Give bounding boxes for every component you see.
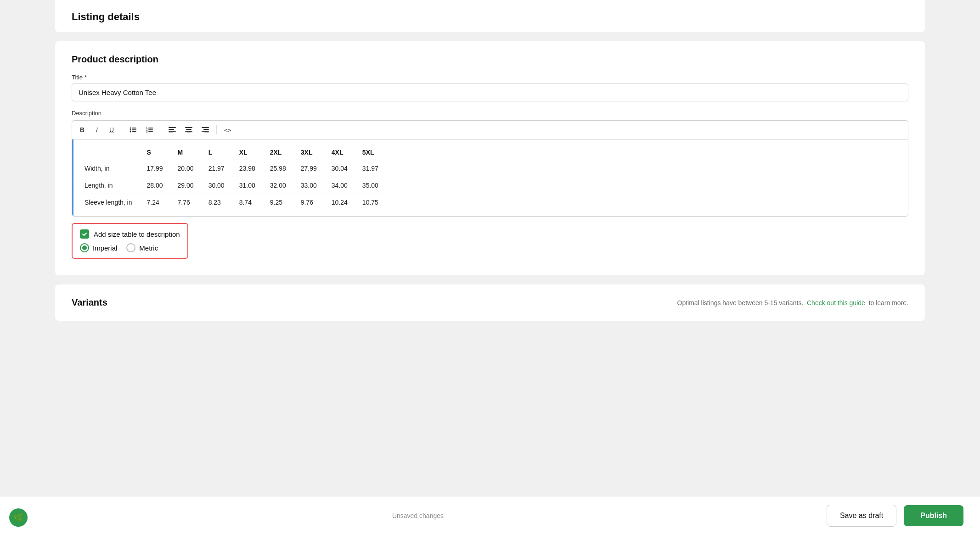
svg-rect-22 xyxy=(202,131,209,132)
toolbar-separator-1 xyxy=(122,125,122,134)
svg-rect-9 xyxy=(148,129,153,130)
size-table-header-xl: XL xyxy=(232,145,263,160)
svg-rect-15 xyxy=(169,133,173,133)
size-table-option-box: Add size table to description Imperial M… xyxy=(72,223,188,259)
svg-rect-17 xyxy=(186,129,191,130)
cell-sleeve-l: 8.23 xyxy=(201,194,232,211)
cell-width-s: 17.99 xyxy=(140,160,170,177)
align-center-button[interactable] xyxy=(181,123,196,136)
cell-length-s: 28.00 xyxy=(140,177,170,194)
cell-sleeve-2xl: 9.25 xyxy=(263,194,293,211)
checkmark-icon xyxy=(82,231,87,237)
table-row: Length, in 28.00 29.00 30.00 31.00 32.00… xyxy=(77,177,386,194)
svg-rect-21 xyxy=(203,129,209,130)
avatar[interactable]: 🌿 xyxy=(9,508,28,527)
variants-hint-text: Optimal listings have between 5-15 varia… xyxy=(677,299,804,307)
size-table-header-3xl: 3XL xyxy=(293,145,324,160)
cell-width-4xl: 30.04 xyxy=(324,160,355,177)
svg-point-0 xyxy=(130,128,131,129)
size-table-container: S M L XL 2XL 3XL 4XL 5XL Width, in xyxy=(72,139,908,216)
page-title: Listing details xyxy=(72,11,908,23)
size-table-header-5xl: 5XL xyxy=(355,145,386,160)
description-editor[interactable]: S M L XL 2XL 3XL 4XL 5XL Width, in xyxy=(72,139,908,217)
cell-width-l: 21.97 xyxy=(201,160,232,177)
cell-sleeve-3xl: 9.76 xyxy=(293,194,324,211)
table-row: Width, in 17.99 20.00 21.97 23.98 25.98 … xyxy=(77,160,386,177)
add-size-table-checkbox[interactable] xyxy=(80,229,89,239)
size-table-header-blank xyxy=(77,145,140,160)
svg-rect-3 xyxy=(132,129,136,130)
cell-length-3xl: 33.00 xyxy=(293,177,324,194)
toolbar-separator-3 xyxy=(216,125,217,134)
imperial-radio-option[interactable]: Imperial xyxy=(80,243,117,252)
cell-length-m: 29.00 xyxy=(170,177,201,194)
svg-rect-18 xyxy=(185,131,192,132)
variants-title: Variants xyxy=(72,297,107,308)
cell-width-3xl: 27.99 xyxy=(293,160,324,177)
toolbar-separator-2 xyxy=(161,125,161,134)
svg-rect-20 xyxy=(202,127,209,128)
save-draft-button[interactable]: Save as draft xyxy=(827,505,896,527)
cell-length-5xl: 35.00 xyxy=(355,177,386,194)
variants-guide-link[interactable]: Check out this guide xyxy=(807,299,865,307)
svg-rect-7 xyxy=(148,128,153,128)
size-table-header-s: S xyxy=(140,145,170,160)
variants-header: Variants Optimal listings have between 5… xyxy=(72,297,908,308)
table-row: Sleeve length, in 7.24 7.76 8.23 8.74 9.… xyxy=(77,194,386,211)
svg-rect-1 xyxy=(132,128,136,128)
unit-radio-row: Imperial Metric xyxy=(80,243,180,252)
svg-rect-23 xyxy=(204,133,209,133)
size-table: S M L XL 2XL 3XL 4XL 5XL Width, in xyxy=(77,145,386,211)
ordered-list-icon: 1. 2. 3. xyxy=(146,127,153,133)
imperial-label: Imperial xyxy=(93,244,117,252)
avatar-icon: 🌿 xyxy=(13,513,23,523)
align-right-button[interactable] xyxy=(198,123,213,136)
editor-toolbar: B I U 1. 2. 3. xyxy=(72,120,908,139)
title-input[interactable] xyxy=(72,84,908,101)
svg-rect-16 xyxy=(185,127,192,128)
cell-width-m: 20.00 xyxy=(170,160,201,177)
italic-button[interactable]: I xyxy=(90,123,103,136)
align-left-button[interactable] xyxy=(165,123,180,136)
align-left-icon xyxy=(169,127,176,133)
align-center-icon xyxy=(185,127,192,133)
bold-button[interactable]: B xyxy=(76,123,89,136)
title-label: Title * xyxy=(72,74,908,81)
svg-rect-5 xyxy=(132,131,136,132)
imperial-radio-button[interactable] xyxy=(80,243,89,252)
bullet-list-icon xyxy=(130,127,137,133)
row-label-sleeve: Sleeve length, in xyxy=(77,194,140,211)
variants-hint-suffix: to learn more. xyxy=(869,299,908,307)
cell-length-2xl: 32.00 xyxy=(263,177,293,194)
metric-radio-option[interactable]: Metric xyxy=(126,243,158,252)
cell-length-l: 30.00 xyxy=(201,177,232,194)
ordered-list-button[interactable]: 1. 2. 3. xyxy=(142,123,157,136)
size-table-header-4xl: 4XL xyxy=(324,145,355,160)
svg-point-2 xyxy=(130,129,131,131)
description-label: Description xyxy=(72,110,908,117)
metric-label: Metric xyxy=(139,244,158,252)
publish-button[interactable]: Publish xyxy=(904,505,963,526)
bullet-list-button[interactable] xyxy=(126,123,141,136)
svg-rect-12 xyxy=(169,127,176,128)
size-table-header-2xl: 2XL xyxy=(263,145,293,160)
cell-length-4xl: 34.00 xyxy=(324,177,355,194)
svg-text:3.: 3. xyxy=(146,130,148,133)
imperial-radio-inner xyxy=(82,245,87,250)
metric-radio-button[interactable] xyxy=(126,243,135,252)
cell-sleeve-s: 7.24 xyxy=(140,194,170,211)
cell-sleeve-xl: 8.74 xyxy=(232,194,263,211)
underline-button[interactable]: U xyxy=(105,123,118,136)
code-button[interactable]: <> xyxy=(220,123,235,136)
product-description-title: Product description xyxy=(72,54,908,65)
unsaved-changes-text: Unsaved changes xyxy=(392,512,444,519)
add-size-table-label: Add size table to description xyxy=(94,230,180,238)
variants-hint: Optimal listings have between 5-15 varia… xyxy=(677,299,909,307)
add-size-table-row: Add size table to description xyxy=(80,229,180,239)
size-table-header-m: M xyxy=(170,145,201,160)
svg-rect-11 xyxy=(148,131,153,132)
variants-card: Variants Optimal listings have between 5… xyxy=(55,284,925,321)
svg-point-4 xyxy=(130,131,131,133)
size-table-header-l: L xyxy=(201,145,232,160)
cell-sleeve-4xl: 10.24 xyxy=(324,194,355,211)
